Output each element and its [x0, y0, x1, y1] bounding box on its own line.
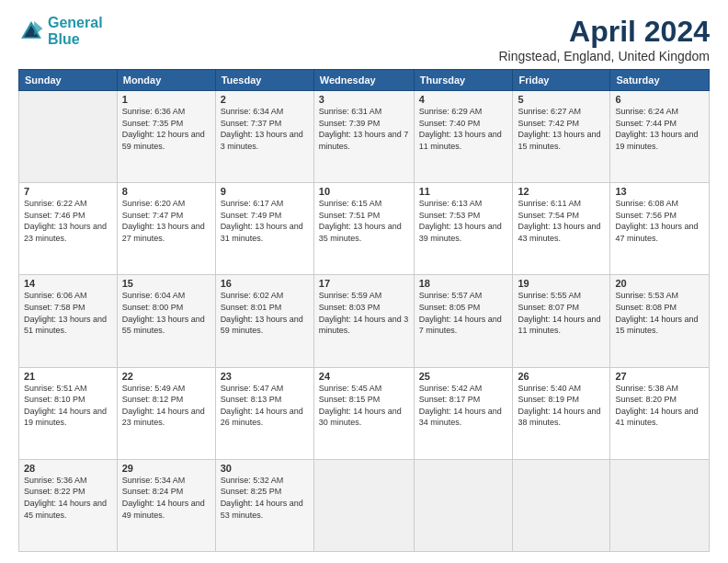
day-info: Sunrise: 6:27 AMSunset: 7:42 PMDaylight:…: [518, 106, 605, 152]
day-info: Sunrise: 5:32 AMSunset: 8:25 PMDaylight:…: [221, 475, 309, 521]
day-number: 2: [221, 94, 309, 105]
day-number: 6: [615, 94, 704, 105]
day-number: 28: [24, 463, 112, 474]
table-row: 24Sunrise: 5:45 AMSunset: 8:15 PMDayligh…: [313, 367, 414, 459]
table-row: 20Sunrise: 5:53 AMSunset: 8:08 PMDayligh…: [610, 275, 710, 367]
table-row: 28Sunrise: 5:36 AMSunset: 8:22 PMDayligh…: [19, 459, 118, 551]
table-row: 5Sunrise: 6:27 AMSunset: 7:42 PMDaylight…: [513, 91, 610, 183]
day-number: 11: [419, 186, 508, 197]
day-number: 29: [122, 463, 210, 474]
table-row: 27Sunrise: 5:38 AMSunset: 8:20 PMDayligh…: [610, 367, 710, 459]
calendar-week-row: 1Sunrise: 6:36 AMSunset: 7:35 PMDaylight…: [19, 91, 710, 183]
table-row: 9Sunrise: 6:17 AMSunset: 7:49 PMDaylight…: [215, 183, 313, 275]
table-row: 4Sunrise: 6:29 AMSunset: 7:40 PMDaylight…: [414, 91, 513, 183]
day-number: 23: [221, 371, 309, 382]
logo-icon: [18, 18, 44, 44]
day-number: 18: [419, 278, 508, 289]
table-row: 8Sunrise: 6:20 AMSunset: 7:47 PMDaylight…: [117, 183, 215, 275]
table-row: 17Sunrise: 5:59 AMSunset: 8:03 PMDayligh…: [313, 275, 414, 367]
day-info: Sunrise: 5:55 AMSunset: 8:07 PMDaylight:…: [518, 290, 605, 336]
day-info: Sunrise: 6:24 AMSunset: 7:44 PMDaylight:…: [615, 106, 704, 152]
day-number: 1: [122, 94, 210, 105]
day-number: 5: [518, 94, 605, 105]
col-sunday: Sunday: [19, 70, 118, 91]
title-block: April 2024 Ringstead, England, United Ki…: [498, 15, 710, 63]
day-number: 25: [419, 371, 508, 382]
day-info: Sunrise: 5:45 AMSunset: 8:15 PMDaylight:…: [319, 383, 409, 429]
header: General Blue April 2024 Ringstead, Engla…: [18, 15, 710, 63]
table-row: 26Sunrise: 5:40 AMSunset: 8:19 PMDayligh…: [513, 367, 610, 459]
day-number: 8: [122, 186, 210, 197]
day-info: Sunrise: 6:11 AMSunset: 7:54 PMDaylight:…: [518, 198, 605, 244]
day-number: 9: [221, 186, 309, 197]
table-row: 11Sunrise: 6:13 AMSunset: 7:53 PMDayligh…: [414, 183, 513, 275]
day-info: Sunrise: 6:06 AMSunset: 7:58 PMDaylight:…: [24, 290, 112, 336]
day-info: Sunrise: 6:36 AMSunset: 7:35 PMDaylight:…: [122, 106, 210, 152]
logo-text: General Blue: [48, 15, 103, 47]
calendar-week-row: 28Sunrise: 5:36 AMSunset: 8:22 PMDayligh…: [19, 459, 710, 551]
day-number: 21: [24, 371, 112, 382]
page: General Blue April 2024 Ringstead, Engla…: [0, 0, 728, 563]
calendar-week-row: 7Sunrise: 6:22 AMSunset: 7:46 PMDaylight…: [19, 183, 710, 275]
table-row: 25Sunrise: 5:42 AMSunset: 8:17 PMDayligh…: [414, 367, 513, 459]
day-info: Sunrise: 6:02 AMSunset: 8:01 PMDaylight:…: [221, 290, 309, 336]
month-title: April 2024: [498, 15, 710, 49]
day-number: 13: [615, 186, 704, 197]
day-info: Sunrise: 6:04 AMSunset: 8:00 PMDaylight:…: [122, 290, 210, 336]
table-row: 6Sunrise: 6:24 AMSunset: 7:44 PMDaylight…: [610, 91, 710, 183]
table-row: 12Sunrise: 6:11 AMSunset: 7:54 PMDayligh…: [513, 183, 610, 275]
day-number: 20: [615, 278, 704, 289]
table-row: 19Sunrise: 5:55 AMSunset: 8:07 PMDayligh…: [513, 275, 610, 367]
location: Ringstead, England, United Kingdom: [498, 49, 710, 63]
table-row: 1Sunrise: 6:36 AMSunset: 7:35 PMDaylight…: [117, 91, 215, 183]
table-row: 22Sunrise: 5:49 AMSunset: 8:12 PMDayligh…: [117, 367, 215, 459]
calendar-week-row: 21Sunrise: 5:51 AMSunset: 8:10 PMDayligh…: [19, 367, 710, 459]
table-row: 18Sunrise: 5:57 AMSunset: 8:05 PMDayligh…: [414, 275, 513, 367]
calendar-table: Sunday Monday Tuesday Wednesday Thursday…: [18, 69, 710, 552]
table-row: 30Sunrise: 5:32 AMSunset: 8:25 PMDayligh…: [215, 459, 313, 551]
day-info: Sunrise: 5:36 AMSunset: 8:22 PMDaylight:…: [24, 475, 112, 521]
day-info: Sunrise: 6:34 AMSunset: 7:37 PMDaylight:…: [221, 106, 309, 152]
table-row: 14Sunrise: 6:06 AMSunset: 7:58 PMDayligh…: [19, 275, 118, 367]
day-info: Sunrise: 6:31 AMSunset: 7:39 PMDaylight:…: [319, 106, 409, 152]
day-info: Sunrise: 5:34 AMSunset: 8:24 PMDaylight:…: [122, 475, 210, 521]
table-row: 10Sunrise: 6:15 AMSunset: 7:51 PMDayligh…: [313, 183, 414, 275]
day-info: Sunrise: 5:40 AMSunset: 8:19 PMDaylight:…: [518, 383, 605, 429]
col-thursday: Thursday: [414, 70, 513, 91]
table-row: [414, 459, 513, 551]
table-row: 13Sunrise: 6:08 AMSunset: 7:56 PMDayligh…: [610, 183, 710, 275]
day-number: 4: [419, 94, 508, 105]
day-number: 17: [319, 278, 409, 289]
col-saturday: Saturday: [610, 70, 710, 91]
day-info: Sunrise: 5:57 AMSunset: 8:05 PMDaylight:…: [419, 290, 508, 336]
calendar-week-row: 14Sunrise: 6:06 AMSunset: 7:58 PMDayligh…: [19, 275, 710, 367]
col-friday: Friday: [513, 70, 610, 91]
day-info: Sunrise: 6:22 AMSunset: 7:46 PMDaylight:…: [24, 198, 112, 244]
day-info: Sunrise: 5:59 AMSunset: 8:03 PMDaylight:…: [319, 290, 409, 336]
day-info: Sunrise: 5:38 AMSunset: 8:20 PMDaylight:…: [615, 383, 704, 429]
day-number: 14: [24, 278, 112, 289]
logo: General Blue: [18, 15, 103, 47]
day-info: Sunrise: 5:53 AMSunset: 8:08 PMDaylight:…: [615, 290, 704, 336]
day-number: 27: [615, 371, 704, 382]
table-row: 7Sunrise: 6:22 AMSunset: 7:46 PMDaylight…: [19, 183, 118, 275]
table-row: 29Sunrise: 5:34 AMSunset: 8:24 PMDayligh…: [117, 459, 215, 551]
day-info: Sunrise: 6:20 AMSunset: 7:47 PMDaylight:…: [122, 198, 210, 244]
table-row: 16Sunrise: 6:02 AMSunset: 8:01 PMDayligh…: [215, 275, 313, 367]
day-info: Sunrise: 6:08 AMSunset: 7:56 PMDaylight:…: [615, 198, 704, 244]
day-number: 7: [24, 186, 112, 197]
day-number: 24: [319, 371, 409, 382]
table-row: 23Sunrise: 5:47 AMSunset: 8:13 PMDayligh…: [215, 367, 313, 459]
day-info: Sunrise: 5:49 AMSunset: 8:12 PMDaylight:…: [122, 383, 210, 429]
day-number: 15: [122, 278, 210, 289]
day-info: Sunrise: 6:15 AMSunset: 7:51 PMDaylight:…: [319, 198, 409, 244]
day-info: Sunrise: 6:17 AMSunset: 7:49 PMDaylight:…: [221, 198, 309, 244]
logo-blue: Blue: [48, 31, 80, 47]
col-tuesday: Tuesday: [215, 70, 313, 91]
day-number: 10: [319, 186, 409, 197]
day-number: 12: [518, 186, 605, 197]
day-info: Sunrise: 6:13 AMSunset: 7:53 PMDaylight:…: [419, 198, 508, 244]
day-info: Sunrise: 5:47 AMSunset: 8:13 PMDaylight:…: [221, 383, 309, 429]
table-row: 21Sunrise: 5:51 AMSunset: 8:10 PMDayligh…: [19, 367, 118, 459]
col-wednesday: Wednesday: [313, 70, 414, 91]
